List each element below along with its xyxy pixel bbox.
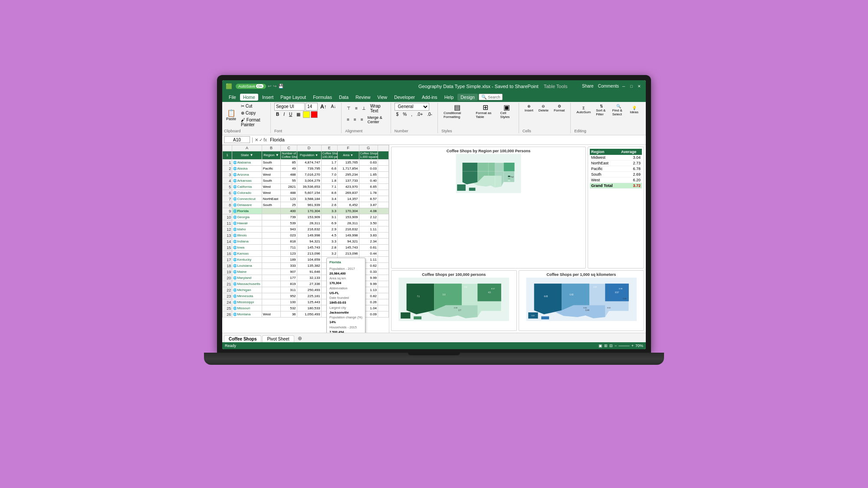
zoom-out-icon[interactable]: − (615, 344, 617, 348)
cell-state-22[interactable]: 🌐Minnesota (232, 293, 262, 299)
header-region[interactable]: Region ▼ (262, 151, 281, 160)
table-row[interactable]: 1 🌐Alabama South 85 4,874,747 1.7 135,76… (223, 160, 389, 166)
cell-region-11[interactable] (262, 226, 281, 233)
table-row[interactable]: 16 🌐Kansas 123 213,096 3.2 213,096 0.44 (223, 251, 389, 257)
cell-state-10[interactable]: 🌐Hawaii (232, 220, 262, 226)
save-icon[interactable]: 💾 (278, 84, 283, 88)
close-button[interactable]: ✕ (636, 83, 642, 89)
cell-persqkm-1[interactable]: 0.03 (359, 166, 378, 172)
number-format-select[interactable]: General (395, 103, 429, 111)
find-select-button[interactable]: 🔍 Find & Select (610, 103, 627, 118)
cell-state-23[interactable]: 🌐Mississippi (232, 299, 262, 305)
cell-state-2[interactable]: 🌐Arizona (232, 172, 262, 178)
cell-pop-25[interactable]: 1,050,493 (297, 311, 321, 318)
cell-area-3[interactable]: 137,733 (337, 178, 359, 184)
cell-region-18[interactable] (262, 269, 281, 275)
normal-view-icon[interactable]: ▣ (598, 344, 602, 348)
cell-area-10[interactable]: 28,311 (337, 220, 359, 226)
cell-pop-6[interactable]: 3,588,184 (297, 196, 321, 202)
cell-pop-14[interactable]: 145,743 (297, 245, 321, 251)
tab-pivot-sheet[interactable]: Pivot Sheet (262, 335, 294, 342)
cell-shops-15[interactable]: 123 (281, 251, 297, 257)
cell-state-12[interactable]: 🌐Illinois (232, 233, 262, 239)
menu-view[interactable]: View (375, 94, 391, 101)
add-sheet-button[interactable]: ⊕ (295, 334, 305, 342)
menu-data[interactable]: Data (336, 94, 352, 101)
cell-pop-0[interactable]: 4,874,747 (297, 160, 321, 166)
cell-region-6[interactable]: NorthEast (262, 196, 281, 202)
cell-area-2[interactable]: 295,234 (337, 172, 359, 178)
menu-help[interactable]: Help (441, 94, 457, 101)
highlight-color-button[interactable] (303, 111, 310, 118)
cell-persqkm-2[interactable]: 1.65 (359, 172, 378, 178)
table-row[interactable]: 2 🌐Alaska Pacific 49 739,795 6.6 1,717,8… (223, 166, 389, 172)
cell-region-2[interactable]: West (262, 172, 281, 178)
tab-coffee-shops[interactable]: Coffee Shops (224, 335, 261, 342)
format-table-button[interactable]: ⊞ Format as Table (473, 103, 497, 120)
cell-state-11[interactable]: 🌐Idaho (232, 226, 262, 233)
cell-area-5[interactable]: 269,837 (337, 190, 359, 196)
cell-pop-13[interactable]: 94,321 (297, 239, 321, 245)
menu-developer[interactable]: Developer (391, 94, 418, 101)
conditional-formatting-button[interactable]: ▤ Conditional Formatting (441, 103, 473, 120)
dec-dec-button[interactable]: .0- (425, 111, 434, 118)
cell-persqkm-12[interactable]: 3.83 (359, 233, 378, 239)
cell-area-13[interactable]: 94,321 (337, 239, 359, 245)
cell-state-18[interactable]: 🌐Maine (232, 269, 262, 275)
cell-pop-22[interactable]: 225,181 (297, 293, 321, 299)
autosum-button[interactable]: Σ AutoSum (574, 105, 593, 115)
cell-per100k-11[interactable]: 2.9 (321, 226, 337, 233)
share-button[interactable]: Share (582, 84, 594, 88)
header-per100k[interactable]: Coffee Shops per100,000 persons ▼ (321, 151, 337, 160)
zoom-slider[interactable]: ──── (618, 344, 630, 348)
cell-per100k-6[interactable]: 3.4 (321, 196, 337, 202)
cell-shops-12[interactable]: 023 (281, 233, 297, 239)
cell-pop-15[interactable]: 213,096 (297, 251, 321, 257)
table-row[interactable]: 9 🌐Florida 400 170,304 3.3 170,304 4.08 (223, 208, 389, 214)
cell-persqkm-0[interactable]: 0.63 (359, 160, 378, 166)
cell-region-5[interactable]: West (262, 190, 281, 196)
cell-persqkm-4[interactable]: 6.65 (359, 184, 378, 190)
cell-shops-20[interactable]: 819 (281, 281, 297, 287)
table-row[interactable]: 3 🌐Arizona West 488 7,016,270 7.0 295,23… (223, 172, 389, 178)
align-bottom-button[interactable]: ⊥ (360, 105, 368, 111)
cell-state-25[interactable]: 🌐Montana (232, 311, 262, 318)
menu-insert[interactable]: Insert (259, 94, 276, 101)
cell-region-13[interactable] (262, 239, 281, 245)
search-bar[interactable]: 🔍 Search (479, 94, 503, 100)
menu-review[interactable]: Review (352, 94, 373, 101)
cell-region-16[interactable] (262, 257, 281, 263)
cell-region-12[interactable] (262, 233, 281, 239)
table-row[interactable]: 13 🌐Illinois 023 149,998 4.5 149,998 3.8… (223, 233, 389, 239)
header-persqkm[interactable]: Coffee Shops per1,000 square kms ▼ (359, 151, 378, 160)
name-box[interactable] (224, 136, 250, 143)
cell-region-19[interactable] (262, 275, 281, 281)
cell-state-3[interactable]: 🌐Arkansas (232, 178, 262, 184)
table-row[interactable]: 4 🌐Arkansas South 55 3,004,279 1.8 137,7… (223, 178, 389, 184)
cell-pop-2[interactable]: 7,016,270 (297, 172, 321, 178)
cell-persqkm-6[interactable]: 8.57 (359, 196, 378, 202)
cell-state-7[interactable]: 🌐Delaware (232, 202, 262, 208)
wrap-text-button[interactable]: Wrap Text (368, 103, 387, 114)
comments-button[interactable]: Comments (598, 84, 619, 88)
cell-state-24[interactable]: 🌐Missouri (232, 305, 262, 311)
cell-shops-5[interactable]: 488 (281, 190, 297, 196)
cell-per100k-2[interactable]: 7.0 (321, 172, 337, 178)
cell-pop-18[interactable]: 91,646 (297, 269, 321, 275)
cell-region-21[interactable] (262, 287, 281, 293)
cell-shops-2[interactable]: 488 (281, 172, 297, 178)
cell-persqkm-7[interactable]: 3.87 (359, 202, 378, 208)
cell-shops-7[interactable]: 25 (281, 202, 297, 208)
merge-center-button[interactable]: Merge & Center (366, 115, 387, 125)
copy-button[interactable]: ⊕ Copy (239, 110, 267, 116)
minimize-button[interactable]: ─ (621, 83, 627, 89)
menu-page-layout[interactable]: Page Layout (277, 94, 309, 101)
cell-persqkm-3[interactable]: 0.40 (359, 178, 378, 184)
cell-state-0[interactable]: 🌐Alabama (232, 160, 262, 166)
cell-shops-14[interactable]: 711 (281, 245, 297, 251)
cell-shops-24[interactable]: 532 (281, 305, 297, 311)
table-row[interactable]: 5 🌐California West 2821 39,536,653 7.1 4… (223, 184, 389, 190)
cell-region-24[interactable] (262, 305, 281, 311)
cell-pop-3[interactable]: 3,004,279 (297, 178, 321, 184)
menu-addins[interactable]: Add-ins (419, 94, 441, 101)
